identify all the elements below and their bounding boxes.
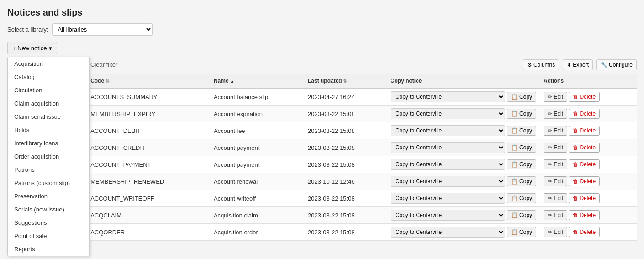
col-name[interactable]: Name xyxy=(210,74,304,88)
cell-actions: ✏ Edit🗑 Delete xyxy=(540,122,637,139)
dropdown-item-preservation[interactable]: Preservation xyxy=(8,190,89,203)
delete-button[interactable]: 🗑 Delete xyxy=(569,109,600,119)
delete-button[interactable]: 🗑 Delete xyxy=(569,92,600,102)
configure-icon: 🔧 xyxy=(601,62,607,68)
copy-icon: 📋 xyxy=(511,195,518,201)
library-row: Select a library: All libraries Centervi… xyxy=(7,23,637,36)
dropdown-item-serials-new-issue[interactable]: Serials (new issue) xyxy=(8,203,89,216)
delete-button[interactable]: 🗑 Delete xyxy=(569,210,600,220)
delete-button[interactable]: 🗑 Delete xyxy=(569,193,600,203)
cell-actions: ✏ Edit🗑 Delete xyxy=(540,139,637,156)
copy-to-select[interactable]: Copy to Centerville xyxy=(391,108,505,119)
copy-button[interactable]: 📋Copy xyxy=(507,109,536,119)
edit-button[interactable]: ✏ Edit xyxy=(544,126,567,136)
delete-button[interactable]: 🗑 Delete xyxy=(569,143,600,153)
toolbar: + New notice ▾ Acquisition Catalog Circu… xyxy=(7,42,637,54)
dropdown-item-claim-acquisition[interactable]: Claim acquisition xyxy=(8,97,89,110)
copy-button[interactable]: 📋Copy xyxy=(507,143,536,153)
cell-name: Account renewal xyxy=(210,173,304,190)
dropdown-item-point-of-sale[interactable]: Point of sale xyxy=(8,229,89,243)
edit-button[interactable]: ✏ Edit xyxy=(544,210,567,220)
col-last-updated[interactable]: Last updated xyxy=(304,74,387,88)
dropdown-item-acquisition[interactable]: Acquisition xyxy=(8,57,89,70)
new-notice-button[interactable]: + New notice ▾ xyxy=(7,42,57,54)
trash-icon: 🗑 xyxy=(573,127,580,134)
pencil-icon: ✏ xyxy=(548,195,554,201)
dropdown-item-reports[interactable]: Reports xyxy=(8,243,89,256)
edit-button[interactable]: ✏ Edit xyxy=(544,176,567,186)
copy-to-select[interactable]: Copy to Centerville xyxy=(391,227,505,238)
copy-button[interactable]: 📋Copy xyxy=(507,176,536,186)
copy-to-select[interactable]: Copy to Centerville xyxy=(391,176,505,187)
dropdown-item-suggestions[interactable]: Suggestions xyxy=(8,216,89,229)
col-code[interactable]: Code xyxy=(87,74,210,88)
table-row: nACCOUNT_DEBITAccount fee2023-03-22 15:0… xyxy=(7,122,637,139)
library-select[interactable]: All libraries Centerville Main Branch xyxy=(52,23,153,36)
cell-name: Account writeoff xyxy=(210,190,304,207)
columns-icon: ⚙ xyxy=(527,62,532,68)
cell-actions: ✏ Edit🗑 Delete xyxy=(540,190,637,207)
copy-icon: 📋 xyxy=(511,94,518,100)
copy-label: Copy xyxy=(519,144,532,151)
copy-button[interactable]: 📋Copy xyxy=(507,210,536,220)
dropdown-arrow-icon: ▾ xyxy=(49,45,52,52)
cell-code: MEMBERSHIP_RENEWED xyxy=(87,173,210,190)
cell-name: Account balance slip xyxy=(210,88,304,106)
copy-to-select[interactable]: Copy to Centerville xyxy=(391,91,505,102)
delete-button[interactable]: 🗑 Delete xyxy=(569,176,600,186)
dropdown-item-interlibrary-loans[interactable]: Interlibrary loans xyxy=(8,137,89,150)
delete-button[interactable]: 🗑 Delete xyxy=(569,126,600,136)
export-button[interactable]: ⬇ Export xyxy=(563,59,593,70)
copy-to-select[interactable]: Copy to Centerville xyxy=(391,210,505,221)
columns-button[interactable]: ⚙ Columns xyxy=(523,59,559,70)
cell-name: Account expiration xyxy=(210,106,304,122)
copy-button[interactable]: 📋Copy xyxy=(507,159,536,169)
copy-button[interactable]: 📋Copy xyxy=(507,126,536,136)
cell-copy-notice: Copy to Centerville📋Copy xyxy=(387,224,540,241)
pencil-icon: ✏ xyxy=(548,212,554,218)
cell-last-updated: 2023-03-22 15:08 xyxy=(304,224,387,241)
edit-button[interactable]: ✏ Edit xyxy=(544,143,567,153)
edit-button[interactable]: ✏ Edit xyxy=(544,159,567,169)
dropdown-item-circulation[interactable]: Circulation xyxy=(8,84,89,97)
dropdown-item-patrons-custom-slip[interactable]: Patrons (custom slip) xyxy=(8,176,89,190)
cell-code: ACQORDER xyxy=(87,224,210,241)
copy-button[interactable]: 📋Copy xyxy=(507,227,536,237)
dropdown-item-claim-serial-issue[interactable]: Claim serial issue xyxy=(8,110,89,123)
copy-to-select[interactable]: Copy to Centerville xyxy=(391,142,505,153)
dropdown-item-patrons[interactable]: Patrons xyxy=(8,163,89,176)
copy-label: Copy xyxy=(519,229,532,235)
cell-name: Acquisition claim xyxy=(210,207,304,224)
cell-name: Acquisition order xyxy=(210,224,304,241)
copy-to-select[interactable]: Copy to Centerville xyxy=(391,159,505,170)
delete-button[interactable]: 🗑 Delete xyxy=(569,227,600,237)
cell-code: ACQCLAIM xyxy=(87,207,210,224)
edit-button[interactable]: ✏ Edit xyxy=(544,92,567,102)
dropdown-item-catalog[interactable]: Catalog xyxy=(8,70,89,84)
trash-icon: 🗑 xyxy=(573,178,580,185)
table-row: n acquisitionACQCLAIMAcquisition claim20… xyxy=(7,207,637,224)
copy-button[interactable]: 📋Copy xyxy=(507,193,536,203)
edit-button[interactable]: ✏ Edit xyxy=(544,193,567,203)
configure-button[interactable]: 🔧 Configure xyxy=(596,59,637,70)
copy-to-select[interactable]: Copy to Centerville xyxy=(391,193,505,204)
copy-button[interactable]: 📋Copy xyxy=(507,92,536,102)
cell-copy-notice: Copy to Centerville📋Copy xyxy=(387,207,540,224)
copy-label: Copy xyxy=(519,212,532,218)
delete-button[interactable]: 🗑 Delete xyxy=(569,159,600,169)
copy-label: Copy xyxy=(519,195,532,201)
pencil-icon: ✏ xyxy=(548,178,554,185)
pencil-icon: ✏ xyxy=(548,127,554,134)
cell-last-updated: 2023-03-22 15:08 xyxy=(304,207,387,224)
table-row: nACCOUNT_WRITEOFFAccount writeoff2023-03… xyxy=(7,190,637,207)
dropdown-item-order-acquisition[interactable]: Order acquisition xyxy=(8,150,89,163)
clear-filter-label: Clear filter xyxy=(90,61,117,68)
copy-to-select[interactable]: Copy to Centerville xyxy=(391,125,505,136)
edit-button[interactable]: ✏ Edit xyxy=(544,109,567,119)
cell-actions: ✏ Edit🗑 Delete xyxy=(540,207,637,224)
copy-label: Copy xyxy=(519,178,532,185)
export-icon: ⬇ xyxy=(567,62,571,68)
edit-button[interactable]: ✏ Edit xyxy=(544,227,567,237)
copy-icon: 📋 xyxy=(511,127,518,134)
dropdown-item-holds[interactable]: Holds xyxy=(8,123,89,137)
